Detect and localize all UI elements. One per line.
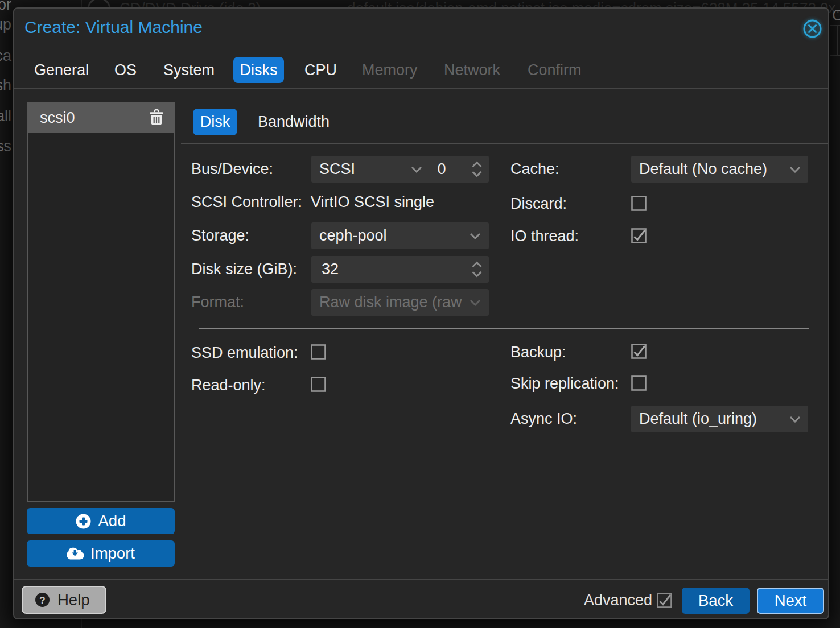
svg-text:?: ? xyxy=(39,595,45,606)
